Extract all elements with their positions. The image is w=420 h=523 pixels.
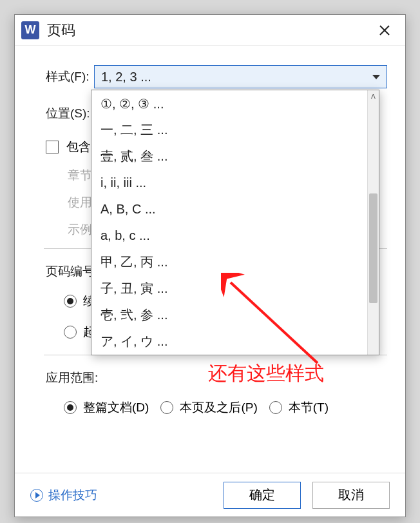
this-page-after-label: 本页及之后(P) (180, 399, 257, 416)
apply-to-label: 应用范围: (46, 370, 387, 386)
dropdown-item[interactable]: A, B, C ... (91, 196, 367, 222)
this-section-label: 本节(T) (289, 399, 329, 416)
style-label: 样式(F): (46, 68, 94, 85)
style-dropdown: ①, ②, ③ ... 一, 二, 三 ... 壹, 贰, 叁 ... i, i… (91, 90, 379, 355)
play-circle-icon (30, 489, 43, 502)
this-page-after-group: 本页及之后(P) (160, 399, 257, 416)
continue-radio[interactable] (64, 295, 77, 308)
whole-doc-label: 整篇文档(D) (83, 399, 149, 416)
ok-button[interactable]: 确定 (224, 482, 301, 509)
app-icon: W (21, 21, 39, 39)
dialog-title: 页码 (47, 21, 372, 40)
tips-label: 操作技巧 (48, 487, 97, 504)
dropdown-list: ①, ②, ③ ... 一, 二, 三 ... 壹, 贰, 叁 ... i, i… (91, 90, 367, 355)
close-icon (379, 25, 390, 36)
position-label: 位置(S): (46, 105, 94, 122)
button-group: 确定 取消 (224, 482, 390, 509)
style-row: 样式(F): 1, 2, 3 ... (46, 65, 387, 88)
scope-row: 整篇文档(D) 本页及之后(P) 本节(T) (64, 399, 387, 416)
dropdown-item[interactable]: 壹, 贰, 叁 ... (91, 143, 367, 170)
dropdown-item[interactable]: a, b, c ... (91, 222, 367, 249)
this-section-group: 本节(T) (269, 399, 329, 416)
include-chapter-checkbox[interactable] (46, 141, 59, 153)
dialog-content: 样式(F): 1, 2, 3 ... 位置(S): 包含章 章节起 使用分 示例… (15, 46, 405, 473)
dropdown-item[interactable]: i, ii, iii ... (91, 170, 367, 196)
combo-value: 1, 2, 3 ... (101, 70, 151, 84)
scroll-up-icon[interactable]: ᐱ (368, 90, 379, 102)
dropdown-item[interactable]: ①, ②, ③ ... (91, 90, 367, 117)
tips-link[interactable]: 操作技巧 (30, 487, 97, 504)
close-button[interactable] (372, 17, 397, 43)
whole-doc-radio[interactable] (64, 401, 77, 414)
cancel-button[interactable]: 取消 (312, 482, 390, 509)
dropdown-item[interactable]: 子, 丑, 寅 ... (91, 275, 367, 302)
dialog-footer: 操作技巧 确定 取消 (15, 473, 405, 517)
chevron-down-icon (372, 75, 380, 79)
dropdown-item[interactable]: ア, イ, ウ ... (91, 328, 367, 355)
dropdown-item[interactable]: 甲, 乙, 丙 ... (91, 249, 367, 275)
titlebar: W 页码 (15, 15, 405, 46)
page-number-dialog: W 页码 样式(F): 1, 2, 3 ... 位置(S): 包含章 章节起 使… (14, 14, 406, 517)
dropdown-item[interactable]: 一, 二, 三 ... (91, 117, 367, 143)
this-page-after-radio[interactable] (160, 401, 173, 414)
dropdown-item[interactable]: 壱, 弐, 参 ... (91, 302, 367, 328)
whole-doc-group: 整篇文档(D) (64, 399, 149, 416)
style-combobox[interactable]: 1, 2, 3 ... (94, 65, 387, 88)
scroll-thumb[interactable] (369, 193, 377, 303)
dropdown-scrollbar[interactable]: ᐱ (367, 90, 379, 355)
start-at-radio[interactable] (64, 326, 77, 339)
this-section-radio[interactable] (269, 401, 282, 414)
